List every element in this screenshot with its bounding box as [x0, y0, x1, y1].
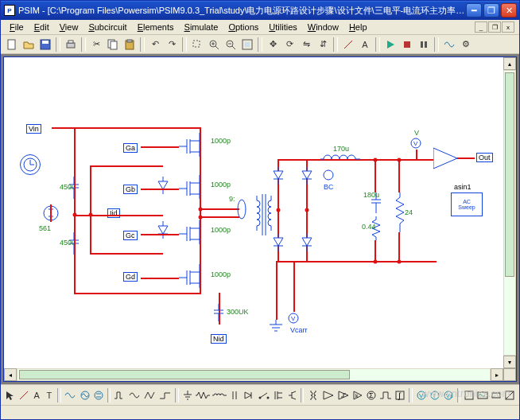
menu-file[interactable]: File — [6, 21, 28, 33]
mosfet-qa[interactable] — [179, 133, 203, 157]
v-probe-out[interactable]: V — [409, 137, 422, 150]
pal-mosfet[interactable] — [272, 387, 285, 403]
pal-v-probe[interactable]: V — [415, 387, 428, 403]
tb-wire[interactable] — [340, 37, 356, 52]
tb-rotate[interactable]: ⟳ — [281, 37, 297, 52]
pal-label[interactable]: A — [31, 387, 43, 403]
mdi-minimize-button[interactable]: _ — [475, 21, 487, 33]
port-gb[interactable]: Gb — [123, 185, 138, 194]
port-nid[interactable]: Nid — [211, 334, 227, 344]
pal-comparator[interactable] — [336, 387, 351, 403]
menu-edit[interactable]: Edit — [30, 21, 53, 33]
pal-capacitor[interactable] — [228, 387, 241, 403]
pal-switch[interactable] — [257, 387, 271, 403]
pal-i-probe[interactable]: I — [429, 387, 441, 403]
schematic-canvas[interactable]: Vin 561 450u 450u — [4, 57, 503, 368]
pal-wire[interactable] — [17, 387, 30, 403]
pal-step[interactable] — [158, 387, 173, 403]
mdi-close-button[interactable]: x — [502, 21, 514, 33]
mosfet-qc[interactable] — [179, 220, 203, 244]
tb-options[interactable]: ⚙ — [458, 37, 474, 52]
tb-run-sim[interactable] — [382, 37, 398, 52]
pal-igbt[interactable] — [285, 387, 298, 403]
tb-flip-h[interactable]: ⇋ — [298, 37, 314, 52]
pal-tri[interactable] — [143, 387, 157, 403]
v-probe-carr[interactable]: V — [287, 312, 300, 325]
menu-options[interactable]: Options — [224, 21, 262, 33]
rect-d2[interactable] — [301, 167, 313, 185]
pal-resistor[interactable] — [195, 387, 211, 403]
clamp-diode-top[interactable] — [157, 177, 169, 194]
pal-opamp[interactable] — [321, 387, 336, 403]
scroll-left-button[interactable]: ◂ — [4, 368, 17, 381]
pal-ac-source[interactable] — [79, 387, 91, 403]
clamp-diode-bot[interactable] — [157, 221, 169, 239]
tb-new[interactable] — [4, 37, 20, 52]
menu-elements[interactable]: Elements — [134, 21, 178, 33]
tb-stop-sim[interactable] — [399, 37, 415, 52]
v-scrollbar[interactable]: ▴ ▾ — [503, 57, 516, 381]
pal-limiter[interactable] — [378, 387, 393, 403]
pal-dc-source[interactable] — [92, 387, 105, 403]
sim-control-icon[interactable] — [20, 154, 41, 175]
menu-simulate[interactable]: Simulate — [180, 21, 223, 33]
rect-d3[interactable] — [272, 234, 285, 251]
pal-text[interactable]: T — [44, 387, 56, 403]
tb-waveform[interactable] — [441, 37, 457, 52]
mosfet-qb[interactable] — [179, 175, 203, 199]
tb-pan[interactable]: ✥ — [265, 37, 281, 52]
menu-window[interactable]: Window — [304, 21, 343, 33]
rect-d4[interactable] — [301, 234, 313, 251]
pal-sum[interactable]: Σ — [365, 387, 378, 403]
h-scrollbar[interactable]: ◂ ▸ — [4, 368, 503, 381]
scroll-down-button[interactable]: ▾ — [503, 356, 516, 368]
rect-d1[interactable] — [272, 167, 285, 185]
comparator-out[interactable] — [433, 146, 460, 170]
pal-ac-sweep[interactable] — [64, 387, 78, 403]
tb-print[interactable] — [63, 37, 79, 52]
pal-select[interactable] — [4, 387, 17, 403]
output-inductor[interactable] — [320, 153, 360, 165]
pal-vp-probe[interactable]: V± — [442, 387, 455, 403]
tb-flip-v[interactable]: ⇵ — [315, 37, 331, 52]
menu-help[interactable]: Help — [345, 21, 371, 33]
pal-integrator[interactable]: ∫ — [394, 387, 406, 403]
port-gd[interactable]: Gd — [123, 272, 138, 282]
pal-pulse[interactable] — [113, 387, 127, 403]
mdi-restore-button[interactable]: ❐ — [488, 21, 501, 33]
pal-scope[interactable] — [476, 387, 489, 403]
tb-redo[interactable]: ↷ — [164, 37, 180, 52]
tb-zoom-fit[interactable] — [239, 37, 255, 52]
minimize-button[interactable]: ━ — [466, 3, 482, 18]
tb-open[interactable] — [21, 37, 37, 52]
mosfet-qd[interactable] — [179, 264, 203, 288]
pal-transformer[interactable] — [306, 387, 320, 403]
menu-utilities[interactable]: Utilities — [265, 21, 301, 33]
port-out[interactable]: Out — [476, 153, 493, 162]
scroll-up-button[interactable]: ▴ — [503, 57, 516, 70]
snubber-cap[interactable] — [212, 304, 225, 321]
pal-subcircuit[interactable] — [463, 387, 475, 403]
tb-cut[interactable]: ✂ — [88, 37, 104, 52]
port-iid[interactable]: Iid — [107, 208, 120, 218]
pal-gain[interactable]: k — [351, 387, 364, 403]
pal-inductor[interactable] — [211, 387, 227, 403]
current-sensor[interactable] — [236, 197, 247, 221]
pal-sine[interactable] — [128, 387, 142, 403]
tb-undo[interactable]: ↶ — [147, 37, 163, 52]
tb-save[interactable] — [37, 37, 53, 52]
pal-diode[interactable] — [242, 387, 256, 403]
tb-paste[interactable] — [122, 37, 138, 52]
ac-sweep-block[interactable]: AC Sweep — [451, 192, 483, 216]
probe-bc[interactable] — [322, 169, 335, 181]
close-button[interactable]: ✕ — [501, 3, 517, 18]
port-gc[interactable]: Gc — [123, 231, 138, 240]
transformer[interactable] — [250, 192, 277, 237]
pal-relay[interactable] — [503, 387, 516, 403]
tb-zoom-out[interactable] — [223, 37, 239, 52]
scroll-right-button[interactable]: ▸ — [491, 368, 503, 381]
tb-zoom-in[interactable] — [206, 37, 222, 52]
menu-subcircuit[interactable]: Subcircuit — [84, 21, 130, 33]
menu-view[interactable]: View — [56, 21, 83, 33]
pal-breaker[interactable] — [490, 387, 503, 403]
